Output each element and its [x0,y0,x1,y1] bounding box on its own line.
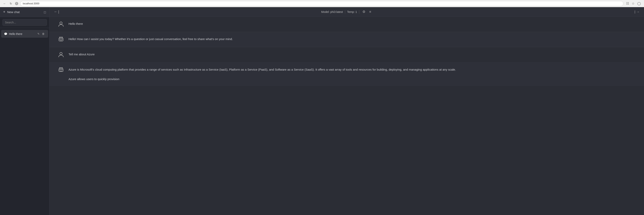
model-label: Model: phi3:latest [321,10,343,14]
message-content: Tell me about Azure [68,51,636,57]
message-row: ⎘ Azure is Microsoft's cloud computing p… [50,63,644,86]
arrow-right-icon: → [636,10,640,14]
menu-button[interactable]: ≡ [368,9,372,15]
message-text: Tell me about Azure [68,53,95,56]
message-content: ⎘ Azure is Microsoft's cloud computing p… [68,66,636,82]
message-text: Hello! How can I assist you today? Wheth… [68,37,233,41]
chat-actions: ✎ 🗑 [37,32,45,36]
message-text: Azure is Microsoft's cloud computing pla… [68,68,456,81]
chat-icon: 💬 [4,32,7,36]
browser-actions: ☷ ☆ ◯ [626,1,642,6]
new-chat-button[interactable]: + New chat ◫ [0,7,49,17]
message-row: Hello! How can I assist you today? Wheth… [50,32,644,47]
message-content: Hello! How can I assist you today? Wheth… [68,36,636,42]
message-text: Hello there [68,22,83,25]
chat-list-item[interactable]: 💬 Hello there ✎ 🗑 [1,30,48,38]
svg-point-7 [60,52,62,55]
user-avatar [58,51,64,58]
profile-icon[interactable]: ◯ [636,1,642,6]
message-row: Hello there [50,17,644,32]
security-icon: i [15,2,18,5]
app-container: + New chat ◫ 💬 Hello there ✎ 🗑 ← | [0,7,644,215]
message-content: Hello there [68,21,636,26]
svg-point-3 [62,39,62,40]
messages-list: Hello there Hello! [50,17,644,215]
settings-button[interactable]: ⚙ [361,9,366,15]
main-content: ← | Model: phi3:latest Temp: 1 ⚙ ≡ | → [50,7,644,215]
arrow-left-icon: ← [54,10,58,14]
assistant-avatar [58,36,64,43]
svg-point-2 [60,39,60,40]
extensions-icon[interactable]: ☷ [626,1,630,6]
header-separator-1 [345,10,345,14]
search-input[interactable] [2,19,47,26]
sidebar: + New chat ◫ 💬 Hello there ✎ 🗑 [0,7,50,215]
collapse-sidebar-button[interactable]: ← | [53,9,60,15]
user-avatar [58,21,64,28]
header-separator-2 [359,10,359,14]
back-button[interactable]: ← [2,2,7,6]
expand-button[interactable]: | → [633,9,641,15]
pipe-icon: | [634,10,635,14]
header-center: Model: phi3:latest Temp: 1 ⚙ ≡ [63,9,631,15]
delete-chat-button[interactable]: 🗑 [41,32,45,36]
edit-chat-button[interactable]: ✎ [37,32,40,36]
message-row: Tell me about Azure [50,47,644,63]
svg-point-10 [62,69,62,70]
reload-button[interactable]: ↻ [9,2,13,6]
chat-list: 💬 Hello there ✎ 🗑 [0,28,49,215]
chat-header: ← | Model: phi3:latest Temp: 1 ⚙ ≡ | → [50,7,644,17]
browser-chrome: ← ↻ i localhost:3000 ☷ ☆ ◯ [0,0,644,7]
pipe-separator: | [58,10,59,14]
address-bar[interactable]: localhost:3000 [20,1,624,6]
temp-label: Temp: 1 [347,10,357,14]
new-chat-label: New chat [7,10,20,14]
chat-item-name: Hello there [9,32,35,36]
search-container [0,17,49,28]
screenshot-icon: ◫ [44,11,46,14]
bookmark-icon[interactable]: ☆ [631,1,635,6]
svg-point-9 [60,69,60,70]
assistant-avatar [58,66,64,74]
url-text: localhost:3000 [23,2,40,5]
svg-point-0 [60,22,62,24]
plus-icon: + [3,10,5,14]
